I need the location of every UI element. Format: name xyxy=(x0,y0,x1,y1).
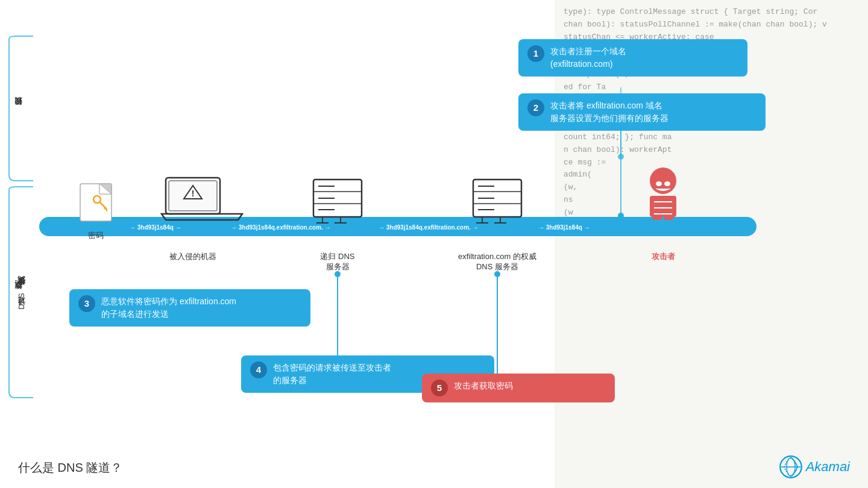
callout-1-number: 1 xyxy=(527,45,544,62)
svg-rect-44 xyxy=(664,217,673,220)
callout-4-number: 4 xyxy=(250,361,267,378)
svg-text:DNS 服务器: DNS 服务器 xyxy=(476,262,518,271)
svg-text:数据交换: 数据交换 xyxy=(14,280,22,289)
svg-text:!: ! xyxy=(192,189,195,198)
callout-5-number: 5 xyxy=(431,380,448,396)
callout-3-text: 恶意软件将密码作为 exfiltration.com的子域名进行发送 xyxy=(101,295,301,321)
svg-point-64 xyxy=(618,213,624,219)
svg-text:→ 3hd93j1s84q →: → 3hd93j1s84q → xyxy=(538,224,590,231)
callout-5: 5 攻击者获取密码 xyxy=(422,374,615,402)
callout-5-text: 攻击者获取密码 xyxy=(454,380,606,392)
callout-2-text: 攻击者将 exfiltration.com 域名服务器设置为他们拥有的服务器 xyxy=(550,99,756,125)
svg-point-37 xyxy=(656,181,662,186)
callout-3: 3 恶意软件将密码作为 exfiltration.com的子域名进行发送 xyxy=(69,289,310,327)
svg-text:通过 DNS 执行数据交换: 通过 DNS 执行数据交换 xyxy=(17,275,26,312)
svg-text:攻击者: 攻击者 xyxy=(651,252,676,261)
callout-2-number: 2 xyxy=(527,99,544,116)
svg-text:exfiltration.com 的权威: exfiltration.com 的权威 xyxy=(458,252,536,261)
svg-text:初始设置: 初始设置 xyxy=(14,97,22,105)
svg-text:密码: 密码 xyxy=(88,231,104,240)
callout-1: 1 攻击者注册一个域名(exfiltration.com) xyxy=(518,39,747,77)
svg-text:→ 3hd93j1s84q.exfiltration.com: → 3hd93j1s84q.exfiltration.com. → xyxy=(379,224,479,231)
svg-point-62 xyxy=(494,271,500,277)
svg-rect-43 xyxy=(653,217,662,220)
svg-text:递归 DNS: 递归 DNS xyxy=(320,252,354,261)
callout-3-number: 3 xyxy=(78,295,95,312)
svg-text:服务器: 服务器 xyxy=(326,262,350,271)
svg-point-60 xyxy=(335,271,341,277)
svg-text:被入侵的机器: 被入侵的机器 xyxy=(169,252,216,261)
svg-text:→ 3hd93j1s84q →: → 3hd93j1s84q → xyxy=(130,224,181,231)
callout-1-text: 攻击者注册一个域名(exfiltration.com) xyxy=(550,45,738,70)
svg-point-38 xyxy=(664,181,670,186)
svg-text:→ 3hd93j1s84q.exfiltration.com: → 3hd93j1s84q.exfiltration.com. → xyxy=(231,224,331,231)
callout-2: 2 攻击者将 exfiltration.com 域名服务器设置为他们拥有的服务器 xyxy=(518,93,766,131)
